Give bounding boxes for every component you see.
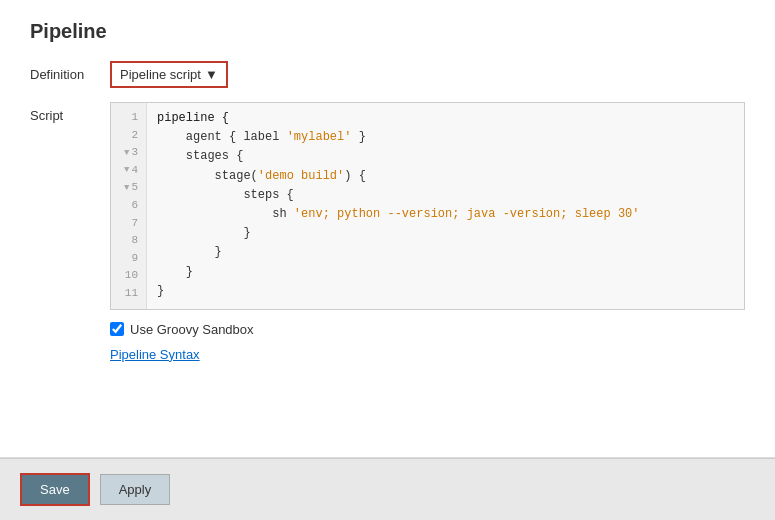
page-wrapper: Pipeline Definition Pipeline script ▼ Sc… <box>0 0 775 520</box>
ln-num: 1 <box>131 109 138 127</box>
code-content[interactable]: pipeline { agent { label 'mylabel' } sta… <box>147 103 744 309</box>
ln-6: 6 <box>119 197 138 215</box>
definition-value: Pipeline script <box>120 67 201 82</box>
ln-num: 9 <box>131 250 138 268</box>
apply-button[interactable]: Apply <box>100 474 171 505</box>
chevron-down-icon: ▼ <box>205 67 218 82</box>
code-editor[interactable]: 1 2 ▼3 ▼4 ▼5 6 7 8 9 10 11 pipeline { ag… <box>110 102 745 310</box>
save-button[interactable]: Save <box>20 473 90 506</box>
ln-num: 2 <box>131 127 138 145</box>
groovy-sandbox-row: Use Groovy Sandbox <box>110 322 745 337</box>
pipeline-syntax-link[interactable]: Pipeline Syntax <box>110 347 745 362</box>
ln-arrow: ▼ <box>124 181 129 195</box>
ln-3: ▼3 <box>119 144 138 162</box>
groovy-sandbox-checkbox[interactable] <box>110 322 124 336</box>
definition-dropdown[interactable]: Pipeline script ▼ <box>110 61 228 88</box>
page-title: Pipeline <box>30 20 745 43</box>
ln-num: 4 <box>131 162 138 180</box>
ln-arrow: ▼ <box>124 163 129 177</box>
script-row: Script 1 2 ▼3 ▼4 ▼5 6 7 8 9 10 11 <box>30 102 745 378</box>
ln-1: 1 <box>119 109 138 127</box>
ln-5: ▼5 <box>119 179 138 197</box>
ln-arrow: ▼ <box>124 146 129 160</box>
definition-label: Definition <box>30 61 110 82</box>
script-area: 1 2 ▼3 ▼4 ▼5 6 7 8 9 10 11 pipeline { ag… <box>110 102 745 378</box>
ln-10: 10 <box>119 267 138 285</box>
ln-7: 7 <box>119 215 138 233</box>
ln-num: 6 <box>131 197 138 215</box>
main-content: Pipeline Definition Pipeline script ▼ Sc… <box>0 0 775 457</box>
script-label: Script <box>30 102 110 123</box>
ln-num: 10 <box>125 267 138 285</box>
ln-11: 11 <box>119 285 138 303</box>
ln-8: 8 <box>119 232 138 250</box>
ln-4: ▼4 <box>119 162 138 180</box>
ln-num: 3 <box>131 144 138 162</box>
definition-row: Definition Pipeline script ▼ <box>30 61 745 88</box>
line-numbers: 1 2 ▼3 ▼4 ▼5 6 7 8 9 10 11 <box>111 103 147 309</box>
footer-bar: Save Apply <box>0 458 775 520</box>
ln-9: 9 <box>119 250 138 268</box>
ln-num: 8 <box>131 232 138 250</box>
ln-num: 7 <box>131 215 138 233</box>
ln-2: 2 <box>119 127 138 145</box>
ln-num: 11 <box>125 285 138 303</box>
ln-num: 5 <box>131 179 138 197</box>
groovy-sandbox-label: Use Groovy Sandbox <box>130 322 254 337</box>
